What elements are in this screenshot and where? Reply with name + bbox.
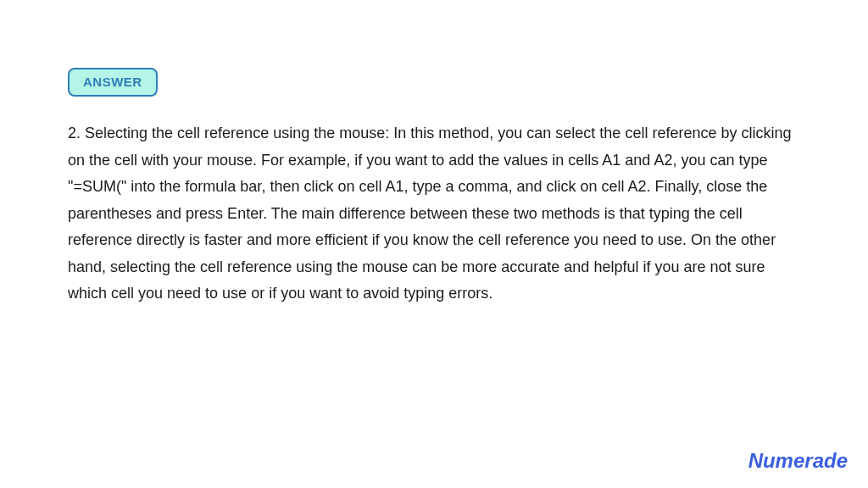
brand-logo: Numerade xyxy=(748,449,848,473)
answer-badge: ANSWER xyxy=(68,68,158,97)
answer-body-text: 2. Selecting the cell reference using th… xyxy=(68,120,800,308)
answer-badge-label: ANSWER xyxy=(83,75,142,89)
